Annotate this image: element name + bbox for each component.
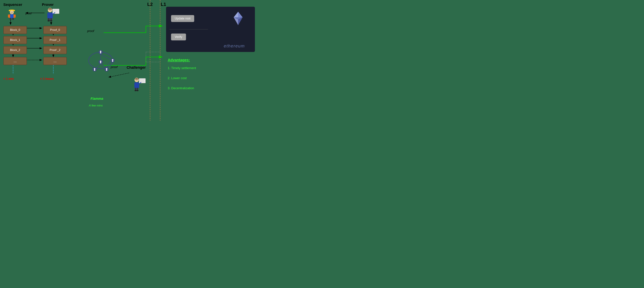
block-box-dots: ... <box>3 57 27 65</box>
challenger-icon <box>132 76 147 95</box>
svg-point-79 <box>136 90 138 91</box>
l2-label: L2 <box>147 2 153 7</box>
svg-rect-53 <box>100 52 101 53</box>
svg-point-30 <box>11 12 12 12</box>
svg-rect-57 <box>94 70 95 71</box>
prover-icon <box>45 6 60 22</box>
block-box-1: Block_1 <box>3 36 27 44</box>
block-box-2: Block_2 <box>3 46 27 54</box>
verify-button[interactable]: Verify <box>171 34 186 40</box>
svg-rect-26 <box>8 14 10 18</box>
svg-line-63 <box>100 54 110 59</box>
svg-rect-27 <box>14 14 16 18</box>
svg-rect-55 <box>112 60 113 62</box>
svg-rect-74 <box>134 82 139 88</box>
time-label-left: < 1 min <box>3 77 14 81</box>
svg-line-65 <box>100 64 106 68</box>
advantage-item-1: 1. Timely settlement <box>168 66 196 70</box>
advantage-item-3: 3. Decentralization <box>168 86 194 90</box>
few-mins-label: A few mins <box>89 104 103 107</box>
sequencer-icon <box>6 8 17 20</box>
svg-point-31 <box>12 12 13 12</box>
svg-rect-40 <box>47 12 53 19</box>
ethereum-text: ethereum <box>224 44 245 48</box>
proof-arrow-label: proof <box>26 12 32 15</box>
svg-rect-61 <box>100 62 101 63</box>
time-label-right: > 1 hours <box>40 77 54 81</box>
svg-rect-59 <box>106 70 107 71</box>
svg-point-44 <box>48 20 50 22</box>
svg-rect-29 <box>12 18 14 20</box>
svg-marker-84 <box>234 12 238 17</box>
l1-label: L1 <box>161 2 166 7</box>
update-root-button[interactable]: Update root <box>171 15 194 22</box>
fiamma-label: Fiamma <box>90 97 103 100</box>
proof-box-2: Proof _2 <box>43 46 67 54</box>
proof-label-top: proof <box>87 29 94 33</box>
advantage-item-2: 2. Lower cost <box>168 76 187 80</box>
svg-rect-28 <box>10 18 12 20</box>
svg-point-23 <box>10 10 14 14</box>
svg-point-56 <box>94 68 96 70</box>
svg-marker-83 <box>238 12 243 17</box>
svg-point-78 <box>134 90 137 91</box>
svg-rect-67 <box>139 78 146 83</box>
svg-rect-25 <box>10 14 14 18</box>
proof-box-dots: ... <box>43 57 67 65</box>
svg-point-54 <box>112 59 113 60</box>
block-box-0: Block_0 <box>3 26 27 34</box>
proof-box-1: Proof _1 <box>43 36 67 44</box>
svg-point-52 <box>100 51 102 52</box>
proof-box-0: Proof_0 <box>43 26 67 34</box>
svg-point-58 <box>106 68 107 70</box>
svg-rect-32 <box>52 9 59 14</box>
ethereum-box: Update root Verify ethereum <box>166 7 255 52</box>
sequencer-label: Sequencer <box>3 2 22 7</box>
svg-point-60 <box>100 60 102 62</box>
challenger-label: Challenger <box>126 66 146 70</box>
svg-line-64 <box>96 64 100 68</box>
advantages-label: Advantages: <box>168 58 190 62</box>
fiamma-network-icon <box>86 47 116 76</box>
ethereum-diamond-icon <box>232 12 245 25</box>
svg-point-45 <box>50 20 52 22</box>
